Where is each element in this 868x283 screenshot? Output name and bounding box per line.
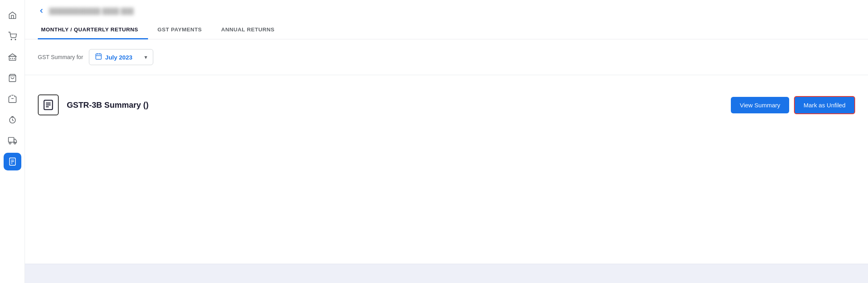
calendar-icon [95,53,102,62]
breadcrumb: ████████████ ████ ███ [49,8,134,14]
tab-bar: MONTHLY / QUARTERLY RETURNS GST PAYMENTS… [25,22,868,39]
chevron-down-icon: ▾ [144,54,147,60]
filter-label: GST Summary for [38,54,83,60]
tab-annual-returns[interactable]: ANNUAL RETURNS [218,22,284,39]
view-summary-button[interactable]: View Summary [731,97,789,113]
sidebar-item-document[interactable] [4,153,21,170]
sidebar-item-delivery[interactable] [4,132,21,150]
sidebar [0,0,25,283]
sidebar-item-bank[interactable] [4,48,21,66]
tab-monthly-quarterly[interactable]: MONTHLY / QUARTERLY RETURNS [38,22,148,39]
header: ████████████ ████ ███ [25,0,868,14]
sidebar-item-timer[interactable] [4,111,21,129]
svg-point-10 [14,142,16,144]
summary-left: GSTR-3B Summary () [38,94,148,115]
svg-point-0 [11,39,12,40]
date-dropdown[interactable]: July 2023 ▾ [89,49,153,65]
filter-row: GST Summary for July 2023 ▾ [25,39,868,75]
main-content: ████████████ ████ ███ MONTHLY / QUARTERL… [25,0,868,283]
svg-point-9 [9,142,11,144]
gstr-doc-icon [38,94,59,115]
summary-title: GSTR-3B Summary () [67,100,148,110]
back-button[interactable] [38,7,45,14]
sidebar-item-cart[interactable] [4,69,21,87]
content-area: GSTR-3B Summary () View Summary Mark as … [25,75,868,264]
svg-point-1 [15,39,16,40]
sidebar-item-bag[interactable] [4,90,21,108]
summary-right: View Summary Mark as Unfiled [731,96,855,114]
summary-row: GSTR-3B Summary () View Summary Mark as … [38,88,855,123]
sidebar-item-home[interactable] [4,6,21,24]
selected-date: July 2023 [105,54,141,61]
mark-as-unfiled-button[interactable]: Mark as Unfiled [794,96,855,114]
bottom-strip [25,264,868,283]
svg-rect-8 [8,137,14,142]
sidebar-item-shopping[interactable] [4,27,21,45]
tab-gst-payments[interactable]: GST PAYMENTS [154,22,212,39]
svg-rect-15 [96,54,101,59]
